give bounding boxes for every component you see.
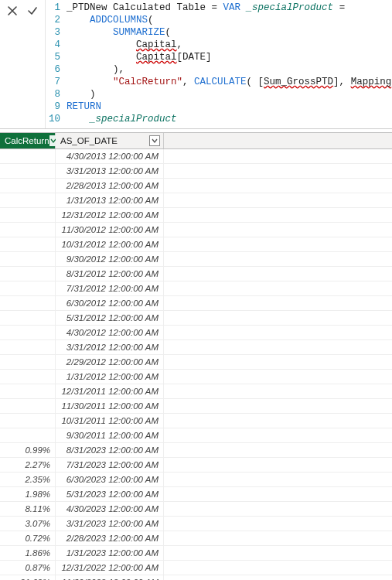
cell-calcreturn[interactable] [0,223,56,237]
table-row[interactable]: 1/31/2013 12:00:00 AM [0,193,392,208]
table-row[interactable]: 3/31/2013 12:00:00 AM [0,164,392,179]
cell-asofdate[interactable]: 3/31/2012 12:00:00 AM [56,340,164,354]
code-line[interactable]: Capital, [66,39,392,51]
table-row[interactable]: 3.07%3/31/2023 12:00:00 AM [0,517,392,531]
commit-button[interactable] [25,3,40,19]
cell-asofdate[interactable]: 5/31/2023 12:00:00 AM [56,487,164,501]
cell-asofdate[interactable]: 12/31/2012 12:00:00 AM [56,208,164,222]
code-line[interactable]: _PTDNew Calculated Table = VAR _specialP… [66,2,392,14]
column-header-asofdate[interactable]: AS_OF_DATE [56,133,164,148]
cell-asofdate[interactable]: 2/28/2013 12:00:00 AM [56,179,164,193]
cell-calcreturn[interactable] [0,281,56,295]
cell-calcreturn[interactable] [0,311,56,325]
table-row[interactable]: 3/31/2012 12:00:00 AM [0,340,392,355]
cell-calcreturn[interactable]: -21.62% [0,575,56,580]
cell-calcreturn[interactable]: 1.98% [0,487,56,501]
code-line[interactable]: Capital[DATE] [66,51,392,63]
table-row[interactable]: 10/31/2012 12:00:00 AM [0,237,392,252]
cell-asofdate[interactable]: 9/30/2012 12:00:00 AM [56,252,164,266]
cell-asofdate[interactable]: 5/31/2012 12:00:00 AM [56,311,164,325]
table-row[interactable]: 10/31/2011 12:00:00 AM [0,414,392,428]
cell-asofdate[interactable]: 8/31/2023 12:00:00 AM [56,443,164,457]
cell-calcreturn[interactable]: 0.99% [0,443,56,457]
cell-asofdate[interactable]: 6/30/2023 12:00:00 AM [56,473,164,486]
cell-calcreturn[interactable]: 0.87% [0,561,56,575]
table-row[interactable]: 0.72%2/28/2023 12:00:00 AM [0,531,392,546]
cell-calcreturn[interactable]: 8.11% [0,502,56,516]
table-row[interactable]: 1/31/2012 12:00:00 AM [0,370,392,384]
cell-calcreturn[interactable] [0,370,56,384]
cell-calcreturn[interactable] [0,340,56,354]
table-row[interactable]: 12/31/2011 12:00:00 AM [0,384,392,399]
column-header-calcreturn[interactable]: CalcReturn [0,133,56,148]
code-line[interactable]: RETURN [66,101,392,113]
cell-asofdate[interactable]: 11/30/2012 12:00:00 AM [56,223,164,237]
cell-asofdate[interactable]: 2/29/2012 12:00:00 AM [56,355,164,369]
code-line[interactable]: ), [66,63,392,76]
cell-asofdate[interactable]: 7/31/2012 12:00:00 AM [56,281,164,295]
table-row[interactable]: 0.87%12/31/2022 12:00:00 AM [0,561,392,575]
table-row[interactable]: 8.11%4/30/2023 12:00:00 AM [0,502,392,517]
cell-asofdate[interactable]: 10/31/2012 12:00:00 AM [56,237,164,251]
dax-editor[interactable]: 12345678910 _PTDNew Calculated Table = V… [46,0,392,128]
cell-asofdate[interactable]: 10/31/2011 12:00:00 AM [56,414,164,428]
table-row[interactable]: 0.99%8/31/2023 12:00:00 AM [0,443,392,458]
cell-asofdate[interactable]: 1/31/2013 12:00:00 AM [56,193,164,207]
cell-calcreturn[interactable] [0,296,56,310]
filter-dropdown-asofdate[interactable] [149,135,160,146]
table-row[interactable]: 1.98%5/31/2023 12:00:00 AM [0,487,392,502]
cell-asofdate[interactable]: 3/31/2023 12:00:00 AM [56,517,164,531]
cell-asofdate[interactable]: 4/30/2023 12:00:00 AM [56,502,164,516]
table-row[interactable]: 7/31/2012 12:00:00 AM [0,281,392,296]
table-row[interactable]: -21.62%11/30/2022 12:00:00 AM [0,575,392,580]
cell-calcreturn[interactable] [0,355,56,369]
cell-calcreturn[interactable]: 0.72% [0,531,56,545]
table-row[interactable]: 6/30/2012 12:00:00 AM [0,296,392,311]
table-row[interactable]: 9/30/2012 12:00:00 AM [0,252,392,267]
cell-asofdate[interactable]: 2/28/2023 12:00:00 AM [56,531,164,545]
cell-asofdate[interactable]: 12/31/2011 12:00:00 AM [56,384,164,398]
cell-asofdate[interactable]: 1/31/2023 12:00:00 AM [56,546,164,560]
table-row[interactable]: 11/30/2012 12:00:00 AM [0,223,392,237]
code-line[interactable]: _specialProduct [66,113,392,125]
table-row[interactable]: 4/30/2012 12:00:00 AM [0,326,392,340]
cell-calcreturn[interactable]: 2.27% [0,458,56,472]
cell-calcreturn[interactable] [0,326,56,339]
cell-asofdate[interactable]: 4/30/2013 12:00:00 AM [56,149,164,163]
cell-asofdate[interactable]: 3/31/2013 12:00:00 AM [56,164,164,178]
cell-calcreturn[interactable] [0,164,56,178]
cell-asofdate[interactable]: 1/31/2012 12:00:00 AM [56,370,164,384]
code-line[interactable]: ) [66,88,392,101]
table-row[interactable]: 1.86%1/31/2023 12:00:00 AM [0,546,392,561]
cell-calcreturn[interactable] [0,193,56,207]
cell-calcreturn[interactable]: 2.35% [0,473,56,486]
table-row[interactable]: 2/29/2012 12:00:00 AM [0,355,392,370]
code-line[interactable]: ADDCOLUMNS( [66,14,392,26]
cell-calcreturn[interactable] [0,267,56,281]
cell-calcreturn[interactable] [0,237,56,251]
table-row[interactable]: 9/30/2011 12:00:00 AM [0,428,392,443]
cell-calcreturn[interactable] [0,252,56,266]
table-row[interactable]: 2.35%6/30/2023 12:00:00 AM [0,473,392,487]
cell-calcreturn[interactable] [0,384,56,398]
table-row[interactable]: 5/31/2012 12:00:00 AM [0,311,392,326]
cell-calcreturn[interactable] [0,414,56,428]
cell-asofdate[interactable]: 8/31/2012 12:00:00 AM [56,267,164,281]
cell-asofdate[interactable]: 7/31/2023 12:00:00 AM [56,458,164,472]
cell-asofdate[interactable]: 6/30/2012 12:00:00 AM [56,296,164,310]
table-row[interactable]: 12/31/2012 12:00:00 AM [0,208,392,223]
cell-calcreturn[interactable]: 1.86% [0,546,56,560]
cell-asofdate[interactable]: 9/30/2011 12:00:00 AM [56,428,164,442]
table-row[interactable]: 8/31/2012 12:00:00 AM [0,267,392,281]
table-row[interactable]: 2.27%7/31/2023 12:00:00 AM [0,458,392,473]
cell-calcreturn[interactable] [0,428,56,442]
cell-asofdate[interactable]: 12/31/2022 12:00:00 AM [56,561,164,575]
cell-calcreturn[interactable]: 3.07% [0,517,56,531]
cell-asofdate[interactable]: 11/30/2022 12:00:00 AM [56,575,164,580]
cell-calcreturn[interactable] [0,149,56,163]
code-line[interactable]: SUMMARIZE( [66,26,392,39]
table-row[interactable]: 4/30/2013 12:00:00 AM [0,149,392,164]
table-row[interactable]: 11/30/2011 12:00:00 AM [0,399,392,414]
cell-asofdate[interactable]: 11/30/2011 12:00:00 AM [56,399,164,413]
table-row[interactable]: 2/28/2013 12:00:00 AM [0,179,392,193]
